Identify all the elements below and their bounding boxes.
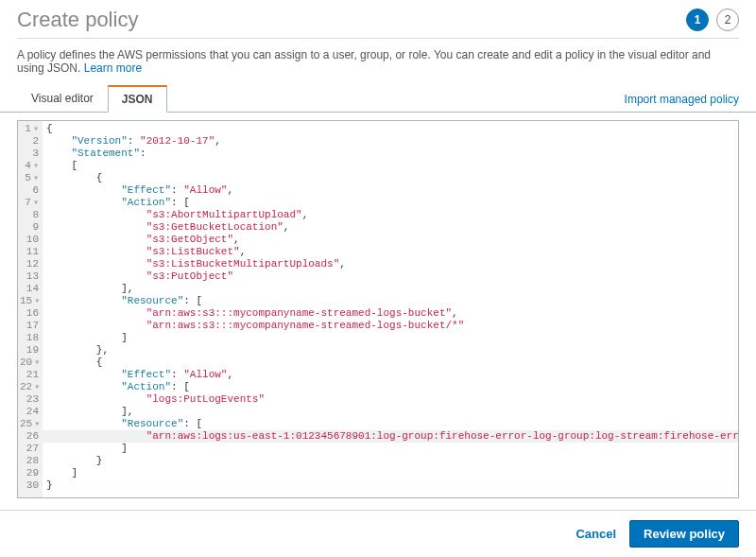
cancel-button[interactable]: Cancel [576, 527, 616, 541]
import-managed-policy-link[interactable]: Import managed policy [625, 93, 739, 112]
page-title: Create policy [17, 8, 138, 32]
page-description: A policy defines the AWS permissions tha… [0, 44, 756, 84]
learn-more-link[interactable]: Learn more [84, 61, 142, 75]
review-policy-button[interactable]: Review policy [629, 520, 739, 548]
step-2[interactable]: 2 [716, 9, 739, 31]
footer: Cancel Review policy [0, 510, 756, 557]
tab-visual-editor[interactable]: Visual editor [17, 85, 108, 113]
json-editor[interactable]: 1▾234▾5▾67▾89101112131415▾1617181920▾212… [17, 120, 739, 498]
wizard-steps: 1 2 [686, 9, 739, 31]
tabs: Visual editor JSON [17, 84, 167, 112]
editor-gutter: 1▾234▾5▾67▾89101112131415▾1617181920▾212… [18, 121, 43, 497]
divider [17, 38, 739, 39]
tab-json[interactable]: JSON [108, 85, 167, 113]
step-1: 1 [686, 9, 709, 31]
editor-code[interactable]: { "Version": "2012-10-17", "Statement": … [43, 121, 739, 497]
